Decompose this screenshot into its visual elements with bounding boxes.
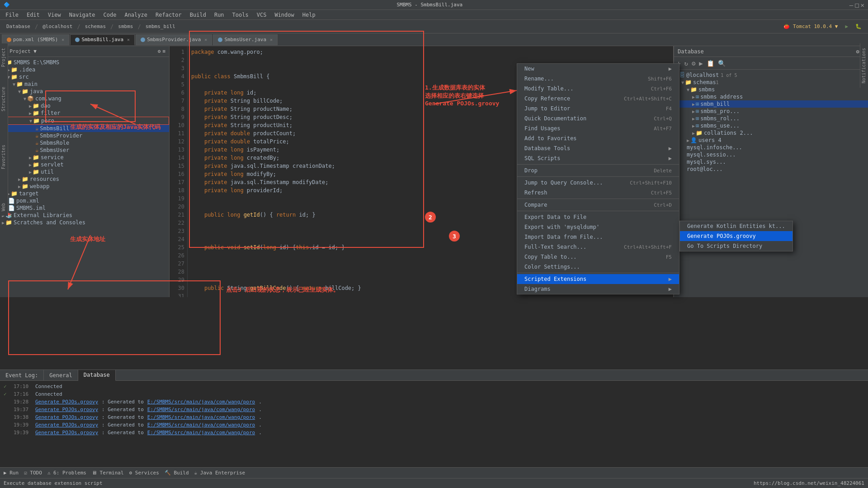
tab-database[interactable]: Database bbox=[78, 370, 116, 381]
ctx-quick-doc[interactable]: Quick Documentation Ctrl+Q bbox=[517, 114, 679, 123]
debug-button[interactable]: 🐛 bbox=[853, 23, 864, 30]
ctx-add-fav[interactable]: Add to Favorites bbox=[517, 133, 679, 143]
db-mysql-sessio[interactable]: mysql.sessio... bbox=[674, 151, 868, 158]
tree-smbmsrole[interactable]: ☕ SmbmsRole bbox=[0, 139, 169, 147]
menu-refactor[interactable]: Refactor bbox=[152, 11, 185, 19]
menu-file[interactable]: File bbox=[2, 11, 22, 19]
strip-notifications[interactable]: Notifications bbox=[860, 45, 868, 86]
log-link-6[interactable]: Generate POJOs.groovy bbox=[35, 422, 98, 428]
terminal-btn[interactable]: 🖥 Terminal bbox=[92, 470, 124, 476]
run-button[interactable]: ▶ bbox=[842, 23, 851, 30]
ctx-drop[interactable]: Drop Delete bbox=[517, 166, 679, 175]
db-mysql-info[interactable]: mysql.infosche... bbox=[674, 144, 868, 151]
close-button[interactable]: ✕ bbox=[861, 1, 864, 9]
tree-filter[interactable]: ▶ 📁 filter bbox=[0, 109, 169, 117]
tab-close-smbmsbill[interactable]: ✕ bbox=[127, 37, 130, 42]
breadcrumb-smbms[interactable]: smbms bbox=[115, 23, 136, 30]
db-address[interactable]: ▶ ⊞ smbms address bbox=[674, 93, 868, 100]
tree-src[interactable]: ▼ 📁 src bbox=[0, 73, 169, 81]
ctx-jump-editor[interactable]: Jump to Editor F4 bbox=[517, 104, 679, 114]
sync-icon[interactable]: ⚙ bbox=[158, 48, 161, 54]
tree-dao[interactable]: ▶ 📁 dao bbox=[0, 102, 169, 109]
tab-close-user[interactable]: ✕ bbox=[270, 37, 273, 42]
strip-web[interactable]: Web bbox=[0, 200, 8, 214]
ctx-rename[interactable]: Rename... Shift+F6 bbox=[517, 74, 679, 84]
log-link-4[interactable]: Generate POJOs.groovy bbox=[35, 407, 98, 412]
strip-favorites[interactable]: Favorites bbox=[0, 142, 8, 172]
tree-smbmsbill[interactable]: ☕ SmbmsBill bbox=[0, 125, 169, 132]
menu-vcs[interactable]: VCS bbox=[253, 11, 270, 19]
db-filter-btn[interactable]: 🔍 bbox=[717, 59, 726, 68]
todo-btn[interactable]: ☑ TODO bbox=[24, 470, 42, 476]
tab-smbmsuser[interactable]: SmbmsUser.java ✕ bbox=[213, 34, 278, 45]
tree-external-libs[interactable]: ▶ 📚 External Libraries bbox=[0, 212, 169, 219]
db-settings-icon[interactable]: ⚙ bbox=[856, 48, 859, 55]
log-path-6[interactable]: E:/SMBMS/src/main/java/com/wang/poro bbox=[147, 422, 255, 428]
menu-tools[interactable]: Tools bbox=[229, 11, 252, 19]
tab-smbmsbill[interactable]: SmbmsBill.java ✕ bbox=[70, 34, 135, 45]
ctx-color-settings[interactable]: Color Settings... bbox=[517, 262, 679, 272]
log-path-4[interactable]: E:/SMBMS/src/main/java/com/wang/poro bbox=[147, 407, 255, 412]
tab-pom-xml[interactable]: pom.xml (SMBMS) ✕ bbox=[2, 34, 69, 45]
tree-com-wang[interactable]: ▼ 📦 com.wang bbox=[0, 95, 169, 102]
ctx-compare[interactable]: Compare Ctrl+D bbox=[517, 200, 679, 210]
ctx-new[interactable]: New ▶ bbox=[517, 64, 679, 74]
services-btn[interactable]: ⚙ Services bbox=[129, 470, 159, 476]
tree-service[interactable]: ▶ 📁 service bbox=[0, 154, 169, 161]
tree-smbmsprovider[interactable]: ☕ SmbmsProvider bbox=[0, 132, 169, 139]
ctx-export-mysqldump[interactable]: Export with 'mysqldump' bbox=[517, 222, 679, 232]
log-path-7[interactable]: E:/SMBMS/src/main/java/com/wang/poro bbox=[147, 430, 255, 436]
db-settings-btn[interactable]: ⚙ bbox=[691, 59, 696, 68]
tree-pomxml[interactable]: 📄 pom.xml bbox=[0, 197, 169, 204]
db-smbms-bill[interactable]: ▶ ⊞ smbm_bill bbox=[674, 100, 868, 108]
db-root[interactable]: root@loc... bbox=[674, 166, 868, 173]
db-smbms[interactable]: ▼ 📁 smbms bbox=[674, 86, 868, 93]
ctx-modify[interactable]: Modify Table... Ctrl+F6 bbox=[517, 84, 679, 94]
java-enterprise-btn[interactable]: ☕ Java Enterprise bbox=[194, 470, 245, 476]
tab-general[interactable]: General bbox=[44, 370, 78, 381]
db-table-btn[interactable]: 📋 bbox=[706, 59, 715, 68]
tree-servlet[interactable]: ▶ 📁 servlet bbox=[0, 161, 169, 168]
tab-close-pom[interactable]: ✕ bbox=[61, 37, 64, 42]
tree-main[interactable]: ▼ 📁 main bbox=[0, 81, 169, 88]
tree-scratches[interactable]: ▶ 📁 Scratches and Consoles bbox=[0, 219, 169, 226]
tree-resources[interactable]: ▶ 📁 resources bbox=[0, 175, 169, 183]
menu-edit[interactable]: Edit bbox=[23, 11, 43, 19]
ctx-fulltext-search[interactable]: Full-Text Search... Ctrl+Alt+Shift+F bbox=[517, 242, 679, 252]
tree-util[interactable]: ▶ 📁 util bbox=[0, 168, 169, 175]
tree-smbmsiml[interactable]: 📄 SMBMS.iml bbox=[0, 204, 169, 212]
tree-poro[interactable]: ▼ 📁 poro bbox=[0, 117, 169, 125]
strip-project[interactable]: Project bbox=[0, 45, 8, 70]
ctx-jump-query[interactable]: Jump to Query Console... Ctrl+Shift+F10 bbox=[517, 178, 679, 188]
log-link-5[interactable]: Generate POJOs.groovy bbox=[35, 414, 98, 420]
db-schemas[interactable]: ▼ 📁 schemas 1 bbox=[674, 79, 868, 86]
menu-help[interactable]: Help bbox=[299, 11, 319, 19]
build-btn[interactable]: 🔨 Build bbox=[165, 470, 189, 476]
db-localhost[interactable]: ▼ 🗄 @localhost 1 of 5 bbox=[674, 71, 868, 79]
db-users[interactable]: ▶ 👤 users 4 bbox=[674, 137, 868, 144]
log-path-5[interactable]: E:/SMBMS/src/main/java/com/wang/poro bbox=[147, 414, 255, 420]
log-link-7[interactable]: Generate POJOs.groovy bbox=[35, 430, 98, 436]
log-path-3[interactable]: E:/SMBMS/src/main/java/com/wang/poro bbox=[147, 399, 255, 405]
menu-window[interactable]: Window bbox=[271, 11, 297, 19]
tab-smbmsprovider[interactable]: SmbmsProvider.java ✕ bbox=[136, 34, 212, 45]
submenu-pojos[interactable]: Generate POJOs.groovy bbox=[680, 231, 793, 241]
minimize-button[interactable]: — bbox=[849, 1, 853, 9]
tab-close-provider[interactable]: ✕ bbox=[204, 37, 207, 42]
menu-view[interactable]: View bbox=[44, 11, 65, 19]
tree-java[interactable]: ▼ 📁 java bbox=[0, 88, 169, 95]
menu-code[interactable]: Code bbox=[100, 11, 120, 19]
menu-build[interactable]: Build bbox=[186, 11, 210, 19]
tree-target[interactable]: ▶ 📁 target bbox=[0, 190, 169, 197]
tree-idea[interactable]: ▶ 📁 .idea bbox=[0, 66, 169, 73]
db-smbms-use[interactable]: ▶ ⊞ smbms_use... bbox=[674, 122, 868, 129]
menu-run[interactable]: Run bbox=[211, 11, 228, 19]
tree-webapp[interactable]: ▶ 📁 webapp bbox=[0, 183, 169, 190]
ctx-copy-table[interactable]: Copy Table to... F5 bbox=[517, 252, 679, 262]
ctx-scripted-ext[interactable]: Scripted Extensions ▶ bbox=[517, 274, 679, 284]
ctx-copy-ref[interactable]: Copy Reference Ctrl+Alt+Shift+C bbox=[517, 94, 679, 104]
problems-btn[interactable]: ⚠ 6: Problems bbox=[47, 470, 86, 476]
run-btn[interactable]: ▶ Run bbox=[4, 470, 19, 476]
db-smbms-rol[interactable]: ▶ ⊞ smbms_rol... bbox=[674, 115, 868, 122]
ctx-diagrams[interactable]: Diagrams ▶ bbox=[517, 284, 679, 294]
